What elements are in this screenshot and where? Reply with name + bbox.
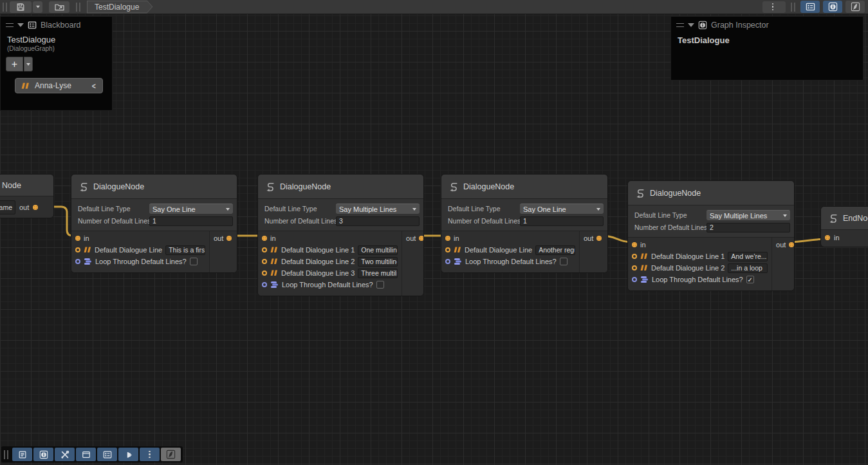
loop-checkbox[interactable] [376,281,384,289]
blackboard-button[interactable] [97,448,117,461]
dialogue-line-port[interactable] [262,270,267,276]
output-port[interactable] [419,236,424,241]
output-port[interactable] [33,205,38,210]
console-icon [18,450,27,459]
dialogue-node-1[interactable]: DialogueNode Default Line Type Say One L… [71,174,237,273]
output-port[interactable] [226,236,232,241]
dialogue-line-field[interactable]: Three multilin [358,269,398,278]
node-header[interactable]: DialogueNode [71,175,237,199]
loop-port[interactable] [445,259,450,264]
window-icon [82,450,91,459]
blackboard-icon [28,21,37,30]
save-button[interactable] [10,1,32,13]
collapse-left-icon[interactable]: < [92,81,96,91]
top-toolbar: TestDialogue [0,0,868,14]
input-port[interactable] [825,235,830,240]
dialogue-line-port[interactable] [75,247,80,252]
toolbar-drag-handle[interactable] [4,450,8,459]
collapse-triangle-icon[interactable] [17,23,24,27]
dialogue-node-3[interactable]: DialogueNode Default Line Type Say One L… [441,174,608,273]
console-button[interactable] [12,448,32,461]
graph-inspector-panel[interactable]: Graph Inspector TestDialogue [670,16,863,81]
edit-button[interactable] [161,448,181,461]
loop-checkbox[interactable]: ✓ [746,276,754,283]
quote-icon [21,82,30,90]
graph-tab[interactable]: TestDialogue [87,1,152,14]
speaker-node-partial[interactable]: Node kerName out [0,174,54,218]
node-header[interactable]: DialogueNode [441,175,607,199]
toolbar-drag-handle[interactable] [76,3,80,12]
inspector-button[interactable] [33,448,53,461]
output-port[interactable] [596,236,602,241]
input-port[interactable] [262,236,267,241]
dialogue-line-field[interactable]: Another regu [535,245,575,255]
node-header[interactable]: DialogueNode [628,181,794,205]
blackboard-entry-anna-lyse[interactable]: Anna-Lyse < [15,78,103,93]
line-type-dropdown[interactable]: Say One Line [149,204,233,214]
drag-handle-icon[interactable] [6,23,14,27]
dialogue-line-port[interactable] [262,247,267,252]
dialogue-node-4[interactable]: DialogueNode Default Line Type Say Multi… [627,180,795,291]
dialogue-line-field[interactable]: And we're... [728,252,768,261]
input-port[interactable] [445,236,450,241]
output-port[interactable] [789,242,794,247]
input-port[interactable] [632,242,637,247]
node-header[interactable]: DialogueNode [258,175,423,199]
dialogue-line-field[interactable]: This is a first [165,245,205,255]
toolbar-drag-handle[interactable] [3,3,7,12]
feather-icon [851,2,860,12]
out-port-label: out [406,234,416,242]
more-button[interactable] [140,448,160,461]
save-dropdown-button[interactable] [33,1,42,13]
open-asset-button[interactable] [49,1,69,13]
collapse-triangle-icon[interactable] [688,23,694,27]
blackboard-panel[interactable]: Blackboard TestDialogue (DialogueGraph) … [0,16,113,111]
line-type-value: Say One Line [152,205,196,213]
dialogue-line-port[interactable] [262,259,267,264]
loop-icon [270,281,279,289]
edit-toggle-button[interactable] [845,1,865,13]
line-type-dropdown[interactable]: Say One Line [520,204,604,214]
loop-checkbox[interactable] [190,258,198,265]
dialogue-line-port[interactable] [632,265,637,270]
dialogue-node-icon [78,181,89,192]
toolbar-more-button[interactable] [762,1,786,13]
window-button[interactable] [76,448,96,461]
graph-inspector-toggle-button[interactable] [823,1,842,13]
blackboard-graph-name: TestDialogue [1,32,112,44]
num-lines-field[interactable]: 2 [706,223,790,232]
node-header[interactable]: EndNode [821,207,868,230]
line-type-dropdown[interactable]: Say Multiple Lines [706,210,790,220]
dialogue-line-field[interactable]: One multiline [358,245,398,255]
node-header[interactable]: Node [0,175,53,196]
num-lines-field[interactable]: 1 [520,216,604,226]
loop-port[interactable] [262,282,267,287]
drag-handle-icon[interactable] [676,23,684,27]
loop-checkbox[interactable] [560,258,568,265]
in-port-label: in [84,234,89,242]
tools-button[interactable] [55,448,75,461]
num-lines-field[interactable]: 3 [336,216,420,226]
loop-port[interactable] [632,277,637,282]
dialogue-line-field[interactable]: ...in a loop [728,263,768,273]
dialogue-node-2[interactable]: DialogueNode Default Line Type Say Multi… [257,174,424,296]
chevron-down-icon [412,208,416,211]
dialogue-line-field[interactable]: Two multiline [358,257,398,267]
quote-icon [454,247,461,253]
input-port[interactable] [75,236,80,241]
line-type-dropdown[interactable]: Say Multiple Lines [336,204,420,214]
add-property-dropdown[interactable] [24,57,33,71]
dialogue-line-port[interactable] [445,247,450,252]
add-property-button[interactable]: + [6,57,23,71]
dialogue-line-port[interactable] [632,254,637,259]
num-lines-label: Number of Default Lines [448,217,520,225]
speaker-name-field[interactable]: kerName [0,200,15,214]
blackboard-toggle-button[interactable] [800,1,820,13]
end-node[interactable]: EndNode in [820,206,868,247]
num-lines-field[interactable]: 1 [149,216,233,226]
loop-port[interactable] [75,259,80,264]
toolbar-drag-handle[interactable] [791,3,795,12]
dialogue-line-label: Default Dialogue Line 1 [651,252,725,260]
transition-button[interactable] [118,448,138,461]
save-icon [16,3,25,12]
